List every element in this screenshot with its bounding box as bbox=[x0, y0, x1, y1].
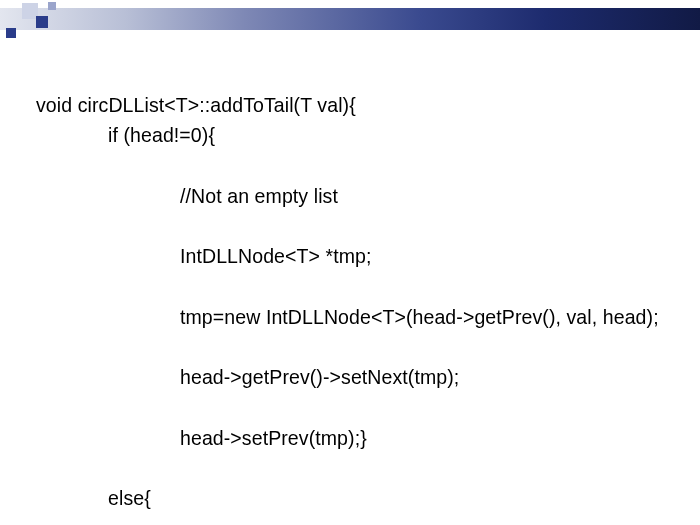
code-line: IntDLLNode<T> *tmp; bbox=[36, 241, 664, 271]
decorative-square-icon bbox=[6, 28, 16, 38]
code-block: void circDLList<T>::addToTail(T val){ if… bbox=[36, 60, 664, 525]
header-gradient bbox=[0, 8, 700, 30]
code-line: head->setPrev(tmp);} bbox=[36, 423, 664, 453]
slide: void circDLList<T>::addToTail(T val){ if… bbox=[0, 0, 700, 525]
decorative-square-icon bbox=[48, 2, 56, 10]
code-line: else{ bbox=[36, 483, 664, 513]
decorative-square-icon bbox=[36, 16, 48, 28]
decorative-header bbox=[0, 0, 700, 38]
code-text: void circDLList<T>::addToTail(T val){ if… bbox=[36, 60, 664, 525]
code-line: if (head!=0){ bbox=[36, 120, 664, 150]
code-line: head->getPrev()->setNext(tmp); bbox=[36, 362, 664, 392]
code-line: //Not an empty list bbox=[36, 181, 664, 211]
code-line: tmp=new IntDLLNode<T>(head->getPrev(), v… bbox=[36, 302, 664, 332]
code-line: void circDLList<T>::addToTail(T val){ bbox=[36, 94, 356, 116]
